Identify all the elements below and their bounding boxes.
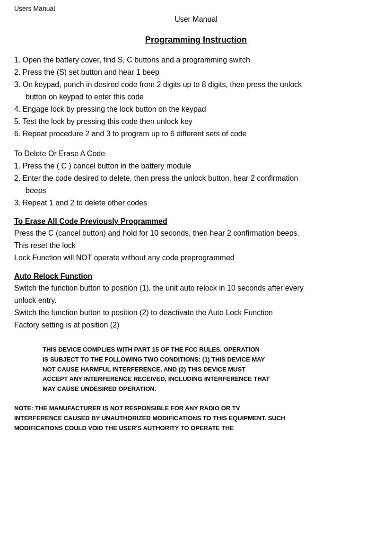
- delete-step-2: 2. Enter the code desired to delete, the…: [14, 173, 378, 184]
- fcc-line-1: THIS DEVICE COMPLIES WITH PART 15 OF THE…: [43, 345, 378, 355]
- relock-line-2: unlock entry.: [14, 295, 378, 306]
- note-line-2: INTERFERENCE CAUSED BY UNAUTHORIZED MODI…: [14, 414, 378, 424]
- erase-header: To Erase All Code Previously Programmed: [14, 217, 378, 226]
- note-block: NOTE: THE MANUFACTURER IS NOT RESPONSIBL…: [14, 404, 378, 433]
- fcc-line-2: IS SUBJECT TO THE FOLLOWING TWO CONDITIO…: [43, 355, 378, 365]
- erase-line-3: Lock Function will NOT operate without a…: [14, 252, 378, 264]
- erase-line-1: Press the C (cancel button) and hold for…: [14, 228, 378, 239]
- note-line-3: MODIFICATIONS COULD VOID THE USER'S AUTH…: [14, 424, 378, 433]
- delete-step-1: 1. Press the ( C ) cancel button in the …: [14, 160, 378, 172]
- fcc-block: THIS DEVICE COMPLIES WITH PART 15 OF THE…: [43, 345, 378, 394]
- relock-header: Auto Relock Function: [14, 272, 378, 281]
- relock-line-4: Factory setting is at position (2): [14, 319, 378, 331]
- erase-section: To Erase All Code Previously Programmed …: [14, 217, 378, 264]
- users-manual-header: Users Manual: [14, 5, 378, 12]
- fcc-line-4: ACCEPT ANY INTERFERENCE RECEIVED, INCLUD…: [43, 374, 378, 384]
- fcc-line-5: MAY CAUSE UNDESIRED OPERATION.: [43, 384, 378, 394]
- programming-instruction-title: Programming Instruction: [14, 35, 378, 45]
- step-2: 2. Press the (S) set button and hear 1 b…: [14, 67, 378, 78]
- delete-section: To Delete Or Erase A Code 1. Press the (…: [14, 148, 378, 209]
- step-3: 3. On keypad, punch in desired code from…: [14, 79, 378, 90]
- delete-header-plain: To Delete Or Erase A Code: [14, 148, 378, 159]
- relock-line-1: Switch the function button to position (…: [14, 283, 378, 294]
- step-3-cont: button on keypad to enter this code: [14, 91, 378, 103]
- step-4: 4. Engage lock by pressing the lock butt…: [14, 104, 378, 115]
- erase-line-2: This reset the lock: [14, 240, 378, 251]
- step-5: 5. Test the lock by pressing this code t…: [14, 116, 378, 127]
- delete-step-3: 3. Repeat 1 and 2 to delete other codes: [14, 197, 378, 209]
- relock-section: Auto Relock Function Switch the function…: [14, 272, 378, 331]
- note-line-1: NOTE: THE MANUFACTURER IS NOT RESPONSIBL…: [14, 404, 378, 414]
- delete-step-2-cont: beeps: [14, 185, 378, 196]
- user-manual-title: User Manual: [14, 15, 378, 24]
- relock-line-3: Switch the function button to position (…: [14, 307, 378, 318]
- programming-steps: 1. Open the battery cover, find S, C but…: [14, 54, 378, 140]
- step-6: 6. Repeat procedure 2 and 3 to program u…: [14, 128, 378, 140]
- fcc-line-3: NOT CAUSE HARMFUL INTERFERENCE, AND (2) …: [43, 365, 378, 375]
- step-1: 1. Open the battery cover, find S, C but…: [14, 54, 378, 66]
